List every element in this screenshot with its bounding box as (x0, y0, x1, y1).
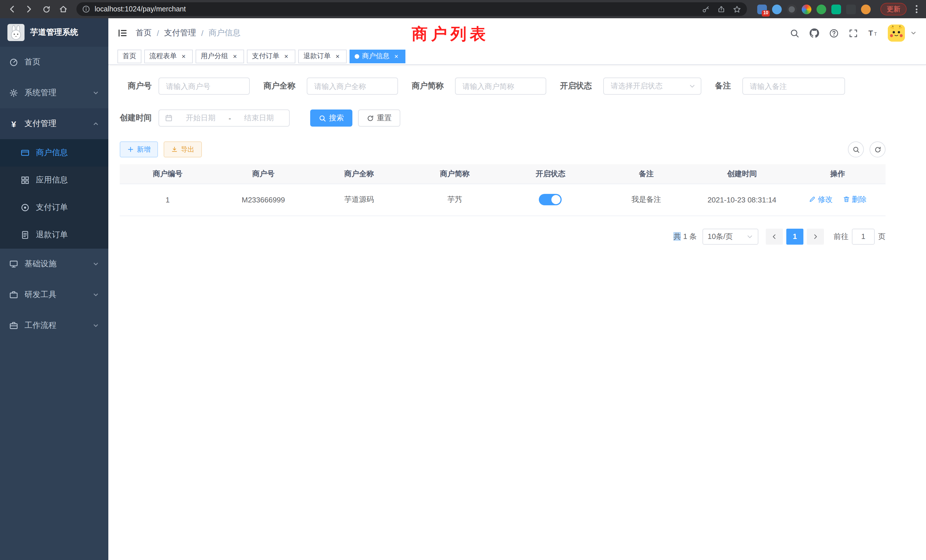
page-size-select[interactable]: 10条/页 (702, 229, 758, 244)
tab-process-form[interactable]: 流程表单 × (144, 49, 193, 63)
table-toolbar: 新增 导出 (120, 141, 885, 157)
tab-merchant-info[interactable]: 商户信息 × (350, 49, 406, 63)
fullscreen-icon[interactable] (849, 28, 858, 38)
add-button[interactable]: 新增 (120, 141, 158, 157)
pagination: 共1 条 10条/页 1 前往 页 (120, 229, 885, 244)
extension-icon-5[interactable] (817, 4, 826, 14)
tab-pay-order[interactable]: 支付订单 × (247, 49, 295, 63)
browser-home-icon[interactable] (56, 2, 71, 17)
site-info-icon[interactable] (82, 5, 90, 13)
share-icon[interactable] (717, 5, 725, 13)
svg-text:T: T (874, 32, 877, 36)
remark-input[interactable] (742, 77, 845, 95)
breadcrumb-home[interactable]: 首页 (136, 28, 152, 38)
extension-icon-7[interactable] (846, 4, 856, 14)
tab-home[interactable]: 首页 (118, 49, 141, 63)
refresh-table-button[interactable] (870, 141, 885, 157)
sidebar-item-merchant-info[interactable]: 商户信息 (0, 139, 108, 166)
sidebar-item-refund-order[interactable]: 退款订单 (0, 221, 108, 249)
tab-label: 首页 (123, 51, 136, 61)
col-actions: 操作 (790, 164, 885, 184)
cell-actions: 修改 删除 (790, 184, 885, 216)
font-size-icon[interactable]: TT (868, 29, 878, 38)
sidebar-item-home[interactable]: 首页 (0, 47, 108, 77)
menu-label: 退款订单 (36, 230, 68, 240)
create-time-range-picker[interactable]: 开始日期 - 结束日期 (159, 109, 290, 127)
bookmark-star-icon[interactable] (733, 5, 741, 14)
extension-icon-1[interactable]: 10 (757, 4, 767, 14)
extension-icon-6[interactable] (831, 4, 841, 14)
next-page-button[interactable] (807, 229, 824, 244)
browser-refresh-icon[interactable] (39, 2, 54, 17)
tab-close-icon[interactable]: × (180, 52, 188, 60)
browser-menu-icon[interactable] (912, 5, 921, 13)
password-key-icon[interactable] (702, 5, 710, 13)
menu-label: 系统管理 (24, 88, 56, 98)
sidebar-item-pay-order[interactable]: 支付订单 (0, 194, 108, 221)
github-icon[interactable] (809, 28, 819, 38)
help-icon[interactable] (829, 28, 839, 38)
sidebar-toggle-icon[interactable] (118, 28, 128, 38)
start-date-placeholder: 开始日期 (176, 113, 225, 123)
breadcrumb-separator: / (196, 29, 209, 38)
app-logo[interactable]: 芋道管理系统 (0, 18, 108, 47)
sidebar-item-workflow[interactable]: 工作流程 (0, 310, 108, 341)
user-avatar[interactable] (888, 24, 905, 42)
col-full-name: 商户全称 (311, 164, 407, 184)
sidebar-item-dev-tools[interactable]: 研发工具 (0, 279, 108, 310)
col-remark: 备注 (598, 164, 694, 184)
avatar-caret-icon[interactable] (910, 30, 917, 36)
sidebar-item-payment[interactable]: ¥ 支付管理 (0, 108, 108, 139)
url-bar[interactable]: localhost:1024/pay/merchant (76, 2, 747, 16)
prev-page-button[interactable] (766, 229, 783, 244)
toggle-search-button[interactable] (848, 141, 864, 157)
yen-icon: ¥ (9, 119, 18, 128)
merchant-no-input[interactable] (159, 77, 250, 95)
browser-back-icon[interactable] (5, 2, 20, 17)
extension-icon-3[interactable] (787, 4, 797, 14)
tab-close-icon[interactable]: × (231, 52, 239, 60)
extension-icon-2[interactable] (772, 4, 782, 14)
col-status: 开启状态 (502, 164, 598, 184)
extension-icon-8[interactable] (861, 4, 871, 14)
cell-merchant-index: 1 (120, 184, 216, 216)
browser-update-button[interactable]: 更新 (881, 3, 906, 15)
sidebar-item-infrastructure[interactable]: 基础设施 (0, 249, 108, 279)
merchant-short-label: 商户简称 (412, 81, 443, 91)
goto-label: 前往 (834, 231, 849, 242)
menu-label: 工作流程 (24, 321, 56, 331)
goto-page-input[interactable] (852, 229, 875, 244)
tab-user-group[interactable]: 用户分组 × (195, 49, 244, 63)
breadcrumb-payment[interactable]: 支付管理 (164, 28, 196, 38)
tab-refund-order[interactable]: 退款订单 × (298, 49, 346, 63)
tab-close-icon[interactable]: × (282, 52, 290, 60)
export-button[interactable]: 导出 (163, 141, 202, 157)
tab-close-icon[interactable]: × (392, 52, 400, 60)
search-button[interactable]: 搜索 (310, 109, 353, 127)
svg-text:T: T (869, 29, 873, 37)
target-icon (21, 203, 30, 212)
monitor-icon (9, 259, 18, 269)
page-number-button[interactable]: 1 (786, 229, 803, 244)
sidebar-menu: 首页 系统管理 ¥ 支付管理 (0, 47, 108, 341)
tab-close-icon[interactable]: × (334, 52, 342, 60)
menu-label: 支付管理 (24, 119, 56, 129)
briefcase-icon (9, 321, 18, 330)
status-toggle[interactable] (539, 194, 562, 205)
menu-label: 首页 (24, 57, 41, 67)
merchant-name-input[interactable] (307, 77, 398, 95)
status-label: 开启状态 (560, 81, 592, 91)
extension-icon-4[interactable] (802, 4, 811, 14)
sidebar-item-system[interactable]: 系统管理 (0, 77, 108, 108)
status-select[interactable]: 请选择开启状态 (603, 77, 701, 95)
chevron-up-icon (92, 120, 99, 127)
merchant-short-input[interactable] (455, 77, 546, 95)
browser-forward-icon[interactable] (22, 2, 36, 17)
reset-button[interactable]: 重置 (358, 109, 400, 127)
edit-button[interactable]: 修改 (809, 194, 833, 205)
cell-full-name: 芋道源码 (311, 184, 407, 216)
header-search-icon[interactable] (790, 28, 799, 38)
dashboard-icon (9, 58, 18, 67)
sidebar-item-app-info[interactable]: 应用信息 (0, 166, 108, 194)
delete-button[interactable]: 删除 (843, 194, 867, 205)
